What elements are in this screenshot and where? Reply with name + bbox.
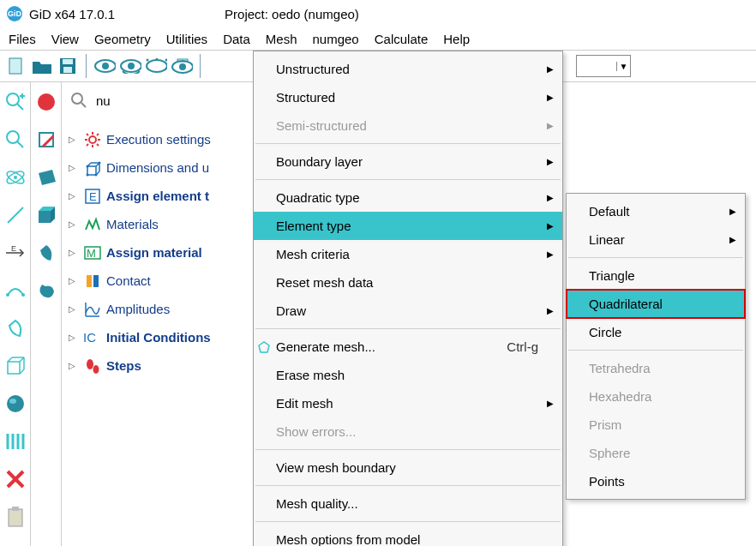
expand-icon[interactable]: ▷	[69, 163, 79, 172]
toolbar-eye2[interactable]	[119, 55, 141, 77]
app-title: GiD x64 17.0.1	[29, 7, 115, 21]
project-title: Project: oedo (numgeo)	[225, 7, 359, 21]
menu-numgeo[interactable]: numgeo	[313, 32, 359, 46]
tree-item-label: Assign element t	[106, 189, 209, 203]
tool-cube[interactable]	[3, 353, 28, 379]
menu-item-label: Show errors...	[276, 424, 356, 439]
element-menu-tetrahedra: Tetrahedra	[567, 354, 745, 382]
menu-files[interactable]: Files	[9, 32, 36, 46]
tool-curve[interactable]	[3, 278, 28, 303]
toolbar-save[interactable]	[57, 55, 79, 77]
menu-item-label: Quadratic type	[276, 190, 360, 205]
mesh-menu-element-type[interactable]: Element type▶	[254, 212, 562, 240]
toolbar-open[interactable]	[31, 55, 53, 77]
element-menu-triangle[interactable]: Triangle	[567, 261, 745, 290]
mesh-menu-edit-mesh[interactable]: Edit mesh▶	[254, 389, 562, 417]
tool-delete[interactable]	[3, 466, 28, 492]
svg-rect-0	[9, 58, 21, 74]
tool-atom[interactable]	[3, 165, 28, 190]
toolbar-new[interactable]	[5, 55, 27, 77]
element-menu-circle[interactable]: Circle	[567, 318, 745, 346]
svg-point-70	[95, 173, 98, 176]
tool-leaf1[interactable]	[3, 315, 28, 341]
expand-icon[interactable]: ▷	[69, 361, 79, 370]
mesh-menu-erase-mesh[interactable]: Erase mesh	[254, 361, 562, 389]
menu-item-label: Unstructured	[276, 62, 350, 76]
menu-item-label: Element type	[276, 219, 351, 233]
expand-icon[interactable]: ▷	[69, 191, 79, 201]
svg-point-28	[21, 293, 25, 297]
expand-icon[interactable]: ▷	[69, 276, 79, 285]
menu-item-label: Points	[589, 474, 625, 489]
toolbar-eye1[interactable]	[93, 55, 116, 77]
element-menu-linear[interactable]: Linear▶	[567, 225, 745, 254]
tool-solid[interactable]	[33, 202, 59, 228]
tool-arrow-e[interactable]: E	[3, 240, 28, 266]
menu-item-label: View mesh boundary	[276, 460, 396, 475]
expand-icon[interactable]: ▷	[69, 333, 79, 342]
tool-surface[interactable]	[33, 165, 59, 190]
mesh-menu-semi-structured: Semi-structured▶	[254, 111, 562, 140]
toolbar-eye3[interactable]	[145, 55, 167, 77]
mesh-menu-mesh-quality[interactable]: Mesh quality...	[254, 489, 562, 518]
expand-icon[interactable]: ▷	[69, 219, 79, 229]
element-menu-quadrilateral[interactable]: Quadrilateral	[567, 290, 745, 318]
mesh-menu-mesh-criteria[interactable]: Mesh criteria▶	[254, 240, 562, 268]
menu-separator	[255, 179, 561, 180]
toolbar-eye4[interactable]	[171, 55, 193, 77]
menu-item-label: Circle	[589, 325, 621, 339]
expand-icon[interactable]: ▷	[69, 135, 79, 144]
tool-pencil[interactable]	[33, 127, 59, 153]
menu-item-label: Erase mesh	[276, 368, 345, 382]
mesh-menu-boundary-layer[interactable]: Boundary layer▶	[254, 147, 562, 176]
submenu-arrow-icon: ▶	[547, 399, 554, 408]
mesh-menu-unstructured[interactable]: Unstructured▶	[254, 55, 562, 83]
tool-sphere[interactable]	[3, 391, 28, 417]
tool-bars[interactable]	[3, 429, 28, 454]
toolbar-dropdown[interactable]: ▼	[576, 55, 631, 77]
mesh-menu-generate-mesh[interactable]: Generate mesh...Ctrl-g	[254, 333, 562, 361]
svg-point-11	[165, 59, 168, 62]
svg-rect-3	[63, 67, 72, 73]
menu-utilities[interactable]: Utilities	[166, 32, 207, 46]
menu-item-label: Edit mesh	[276, 396, 333, 411]
expand-icon[interactable]: ▷	[69, 304, 79, 314]
element-menu-points[interactable]: Points	[567, 467, 745, 495]
menu-item-label: Boundary layer	[276, 154, 363, 169]
menu-calculate[interactable]: Calculate	[375, 32, 429, 46]
tool-clipboard[interactable]	[3, 504, 28, 530]
tool-organic[interactable]	[33, 278, 59, 303]
menu-help[interactable]: Help	[443, 32, 470, 46]
tool-zoom[interactable]	[3, 127, 28, 153]
tool-blade[interactable]	[33, 240, 59, 266]
svg-point-8	[147, 60, 167, 72]
mesh-menu-view-mesh-boundary[interactable]: View mesh boundary	[254, 453, 562, 482]
svg-point-13	[179, 63, 186, 70]
menu-item-label: Sphere	[589, 446, 630, 460]
element-menu-default[interactable]: Default▶	[567, 197, 745, 225]
svg-point-23	[14, 176, 17, 179]
menu-item-label: Mesh quality...	[276, 496, 358, 511]
tool-line[interactable]	[3, 202, 28, 228]
menu-data[interactable]: Data	[223, 32, 250, 46]
tool-zoom-fit[interactable]	[3, 89, 28, 115]
svg-rect-29	[8, 362, 20, 374]
letter-IC-icon: IC	[83, 328, 102, 347]
letter-M-icon: M	[83, 243, 102, 262]
menu-geometry[interactable]: Geometry	[94, 32, 151, 46]
mesh-menu-draw[interactable]: Draw▶	[254, 297, 562, 325]
mesh-menu-mesh-options-from-model[interactable]: Mesh options from model	[254, 525, 562, 546]
menu-separator	[255, 449, 561, 450]
mesh-menu-quadratic-type[interactable]: Quadratic type▶	[254, 183, 562, 212]
search-icon[interactable]	[70, 92, 87, 109]
menu-mesh[interactable]: Mesh	[266, 32, 297, 46]
svg-point-7	[128, 63, 135, 69]
menu-item-label: Linear	[589, 232, 625, 247]
tool-record[interactable]	[33, 89, 59, 115]
mesh-menu-reset-mesh-data[interactable]: Reset mesh data	[254, 268, 562, 297]
menu-view[interactable]: View	[51, 32, 79, 46]
menu-item-label: Default	[589, 204, 630, 219]
menu-item-label: Quadrilateral	[589, 297, 663, 311]
mesh-menu-structured[interactable]: Structured▶	[254, 83, 562, 111]
expand-icon[interactable]: ▷	[69, 248, 79, 257]
